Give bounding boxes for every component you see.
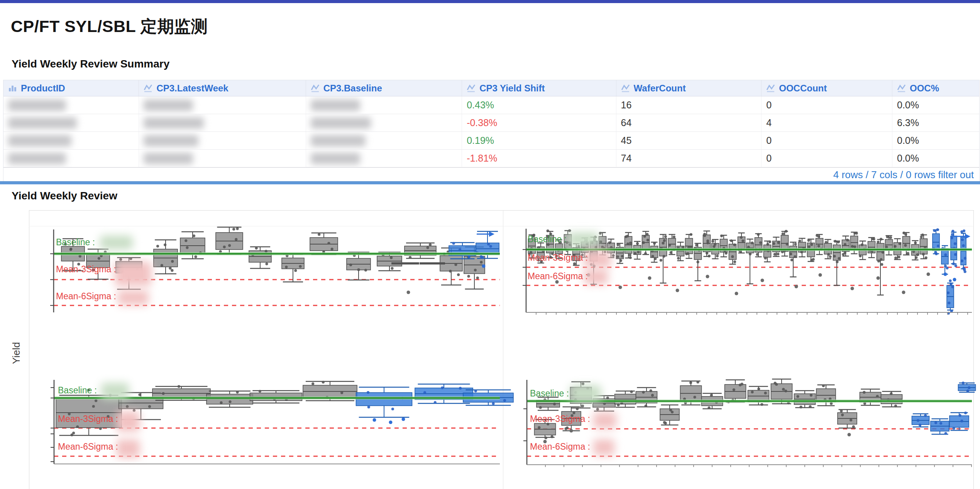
panel-top-line [29,226,973,226]
redacted-value [8,135,71,147]
redacted-value [8,99,66,111]
cell-value: 0.19% [467,135,494,146]
cell-value: 45 [621,135,632,146]
mean-3sigma-label: Mean-3Sigma : [528,253,588,263]
mean-6sigma-label: Mean-6Sigma : [530,442,590,452]
cell-value: 0.43% [467,99,494,111]
line-chart-icon [467,84,476,93]
redacted-cell [306,150,462,167]
redacted-cell [139,114,306,132]
baseline-redacted-value [570,385,601,401]
redacted-cell [306,96,462,114]
column-header-ooccount[interactable]: OOCCount [762,80,892,96]
boxplot-panel-product-2-top-right[interactable]: Baseline :Mean-3Sigma :Mean-6Sigma : [526,229,972,312]
mean-3sigma-label: Mean-3Sigma : [530,414,590,424]
cell-value: 64 [621,117,632,128]
mean-3sigma-redacted-value [584,251,611,267]
mean-6sigma-redacted-value [117,439,140,458]
mean-3sigma-label: Mean-3Sigma : [56,264,116,275]
column-header-productid[interactable]: ProductID [3,80,139,96]
dashboard-root: CP/FT SYL/SBL 定期监测 Yield Weekly Review S… [0,0,980,489]
boxplot-panel-product-3-bottom-left[interactable]: Baseline :Mean-3Sigma :Mean-6Sigma : [54,380,500,464]
line-chart-icon [897,84,906,93]
column-header-cp3-latestweek[interactable]: CP3.LatestWeek [139,80,306,96]
cell-value: 16 [621,99,632,111]
mean-6sigma-redacted-value [593,439,614,455]
table-row[interactable]: -0.38%6446.3% [3,114,979,132]
cell-value: -1.81% [467,153,497,164]
redacted-value [311,99,360,111]
table-row-count[interactable]: 4 rows / 7 cols / 0 rows filter out [833,169,974,181]
bar-chart-icon [8,84,17,93]
redacted-cell [139,150,306,167]
mean-3sigma-label: Mean-3Sigma : [58,414,118,424]
column-header-cp3-yield-shift[interactable]: CP3 Yield Shift [462,80,616,96]
column-header-label: CP3.Baseline [323,83,382,94]
line-chart-icon [766,84,775,93]
redacted-cell [3,132,139,149]
section-divider [0,181,980,184]
redacted-cell [139,96,306,114]
mean-6sigma-label: Mean-6Sigma : [528,271,588,282]
review-section-heading: Yield Weekly Review [12,190,117,202]
table-row[interactable]: 0.19%4500.0% [3,132,979,150]
baseline-redacted-value [101,383,129,399]
mean-6sigma-redacted-value [118,290,149,305]
boxplot-panel-product-1-top-left[interactable]: Baseline :Mean-3Sigma :Mean-6Sigma : [54,229,500,312]
redacted-value [311,153,360,164]
baseline-redacted-value [100,236,133,250]
summary-table: ProductIDCP3.LatestWeekCP3.BaselineCP3 Y… [3,80,980,182]
column-header-cp3-baseline[interactable]: CP3.Baseline [306,80,462,96]
y-axis-label: Yield [10,330,22,376]
baseline-label: Baseline : [528,234,567,244]
cell-value: 4 [766,117,772,128]
redacted-cell [306,132,462,149]
redacted-value [311,117,371,129]
redacted-value [8,117,77,129]
column-header-label: OOC% [910,83,939,94]
column-header-wafercount[interactable]: WaferCount [616,80,762,96]
line-chart-icon [311,84,320,93]
cell-value: 6.3% [897,117,919,128]
cell-value: -0.38% [467,117,497,128]
mean-6sigma-label: Mean-6Sigma : [58,442,118,452]
cell-value: 74 [621,153,632,164]
cell-value: 0.0% [897,153,919,164]
table-row[interactable]: -1.81%7400.0% [3,150,979,167]
cell-value: 0 [766,135,772,146]
page-title: CP/FT SYL/SBL 定期监测 [11,15,208,38]
cell-value: 0 [766,153,772,164]
redacted-cell [306,114,462,132]
column-header-label: CP3 Yield Shift [479,83,545,94]
chart-column-divider [503,210,503,489]
column-header-ooc[interactable]: OOC% [892,80,979,96]
redacted-value [144,99,193,111]
baseline-redacted-value [568,233,599,246]
baseline-label: Baseline : [58,385,97,396]
redacted-cell [3,96,139,114]
table-row[interactable]: 0.43%1600.0% [3,96,979,114]
boxplot-panel-product-4-bottom-right[interactable]: Baseline :Mean-3Sigma :Mean-6Sigma : [527,380,972,465]
top-accent-bar [0,0,980,3]
column-header-label: WaferCount [634,83,686,94]
redacted-value [144,117,204,129]
cell-value: 0 [766,99,772,111]
baseline-label: Baseline : [56,237,95,248]
summary-section-heading: Yield Weekly Review Summary [12,58,169,70]
baseline-label: Baseline : [530,388,569,399]
column-header-label: OOCCount [779,83,827,94]
redacted-value [311,135,366,147]
cell-value: 0.0% [897,99,919,111]
column-header-label: ProductID [21,83,65,94]
redacted-cell [139,132,306,149]
mean-3sigma-redacted-value [593,412,616,428]
line-chart-icon [621,84,630,93]
cell-value: 0.0% [897,135,919,146]
mean-3sigma-redacted-value [117,411,140,432]
mean-6sigma-label: Mean-6Sigma : [56,291,116,302]
redacted-value [8,153,66,164]
redacted-cell [3,114,139,132]
redacted-cell [3,150,139,167]
redacted-value [144,153,193,164]
column-header-label: CP3.LatestWeek [156,83,228,94]
